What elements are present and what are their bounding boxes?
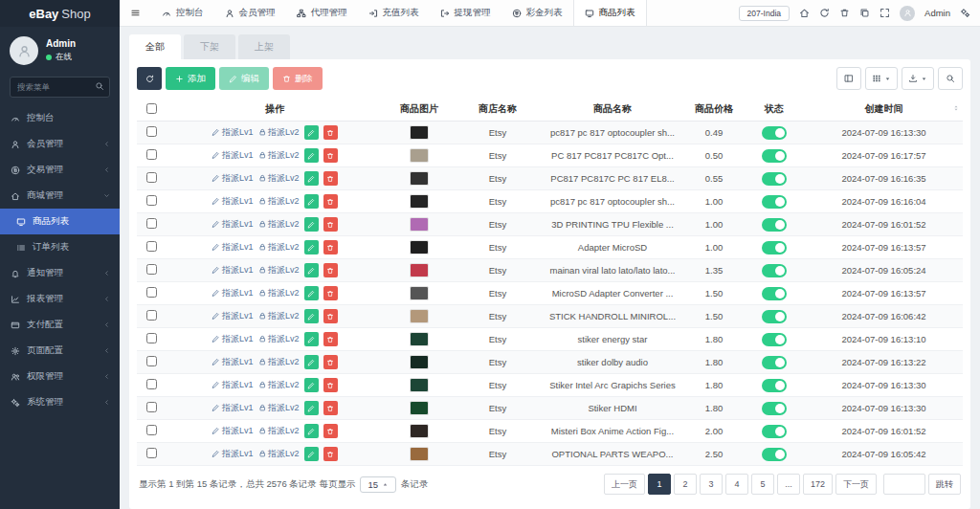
row-delete-button[interactable]	[323, 424, 338, 438]
row-checkbox[interactable]	[146, 333, 157, 343]
refresh-icon[interactable]	[819, 8, 830, 18]
assign-lv2-link[interactable]: 指派Lv2	[258, 218, 300, 231]
app-logo[interactable]: eBay Shop	[0, 0, 120, 27]
row-edit-button[interactable]	[304, 447, 319, 461]
nav-tab[interactable]: 会员管理	[214, 0, 286, 26]
row-checkbox[interactable]	[146, 402, 157, 412]
row-checkbox[interactable]	[146, 195, 157, 206]
product-name[interactable]: Stiker HDMI	[541, 397, 684, 420]
row-delete-button[interactable]	[323, 125, 338, 140]
row-checkbox[interactable]	[146, 287, 157, 298]
status-toggle[interactable]	[762, 425, 787, 438]
tab-item[interactable]: 上架	[238, 34, 290, 59]
row-delete-button[interactable]	[323, 217, 338, 232]
fullscreen-icon[interactable]	[880, 8, 890, 18]
nav-tab[interactable]: 充值列表	[358, 0, 430, 26]
assign-lv2-link[interactable]: 指派Lv2	[258, 356, 300, 368]
columns-button[interactable]	[865, 67, 898, 90]
sidebar-toggle-button[interactable]	[120, 0, 151, 26]
row-edit-button[interactable]	[304, 286, 319, 300]
row-checkbox[interactable]	[146, 149, 157, 160]
navbar-username[interactable]: Admin	[924, 8, 950, 18]
status-toggle[interactable]	[762, 126, 787, 140]
status-toggle[interactable]	[762, 195, 787, 209]
product-thumbnail[interactable]	[410, 424, 429, 438]
product-thumbnail[interactable]	[410, 378, 429, 392]
row-delete-button[interactable]	[323, 240, 338, 254]
sidebar-item[interactable]: 页面配置	[0, 338, 120, 364]
search-button[interactable]	[938, 67, 963, 90]
assign-lv1-link[interactable]: 指派Lv1	[212, 379, 253, 391]
row-checkbox[interactable]	[146, 356, 157, 366]
assign-lv1-link[interactable]: 指派Lv1	[212, 195, 253, 208]
page-button-5[interactable]: 5	[751, 474, 774, 495]
nav-tab[interactable]: 商品列表	[573, 0, 647, 26]
product-thumbnail[interactable]	[410, 217, 429, 232]
user-avatar[interactable]	[10, 36, 38, 65]
row-delete-button[interactable]	[323, 447, 338, 461]
sidebar-item[interactable]: 交易管理	[0, 157, 120, 183]
nav-tab[interactable]: 提现管理	[430, 0, 501, 26]
assign-lv1-link[interactable]: 指派Lv1	[212, 241, 253, 254]
next-page-button[interactable]: 下一页	[835, 474, 877, 495]
status-toggle[interactable]	[762, 149, 787, 163]
tab-item[interactable]: 下架	[184, 34, 235, 59]
row-edit-button[interactable]	[304, 378, 319, 392]
refresh-button[interactable]	[137, 67, 162, 90]
row-delete-button[interactable]	[323, 263, 338, 277]
row-edit-button[interactable]	[304, 424, 319, 438]
page-ellipsis[interactable]: ...	[777, 474, 800, 495]
row-delete-button[interactable]	[323, 332, 338, 346]
sidebar-subitem[interactable]: 订单列表	[0, 234, 120, 260]
sidebar-item[interactable]: 商城管理	[0, 183, 120, 209]
region-selector[interactable]: 207-India	[739, 6, 790, 21]
product-thumbnail[interactable]	[410, 125, 429, 140]
assign-lv1-link[interactable]: 指派Lv1	[212, 448, 253, 460]
status-toggle[interactable]	[762, 333, 787, 346]
assign-lv2-link[interactable]: 指派Lv2	[258, 126, 300, 139]
settings-icon[interactable]	[960, 8, 970, 18]
product-name[interactable]: PC 817 PC817 PC817C Opt...	[541, 144, 684, 167]
status-toggle[interactable]	[762, 287, 787, 300]
sidebar-subitem[interactable]: 商品列表	[0, 209, 120, 234]
sidebar-item[interactable]: 控制台	[0, 105, 120, 131]
sidebar-item[interactable]: 权限管理	[0, 364, 120, 389]
row-delete-button[interactable]	[323, 309, 338, 323]
assign-lv2-link[interactable]: 指派Lv2	[258, 379, 300, 391]
status-toggle[interactable]	[762, 310, 787, 323]
status-toggle[interactable]	[762, 448, 787, 461]
assign-lv1-link[interactable]: 指派Lv1	[212, 310, 253, 322]
sidebar-item[interactable]: 支付配置	[0, 312, 120, 338]
assign-lv1-link[interactable]: 指派Lv1	[212, 172, 253, 185]
row-checkbox[interactable]	[146, 379, 157, 389]
product-thumbnail[interactable]	[410, 171, 429, 186]
product-thumbnail[interactable]	[410, 240, 429, 254]
assign-lv2-link[interactable]: 指派Lv2	[258, 149, 300, 162]
delete-button[interactable]: 删除	[273, 67, 323, 90]
assign-lv2-link[interactable]: 指派Lv2	[258, 425, 300, 437]
row-edit-button[interactable]	[304, 171, 319, 186]
product-thumbnail[interactable]	[410, 286, 429, 300]
row-checkbox[interactable]	[146, 264, 157, 275]
trash-icon[interactable]	[839, 8, 850, 18]
assign-lv2-link[interactable]: 指派Lv2	[258, 333, 300, 345]
row-checkbox[interactable]	[146, 241, 157, 252]
status-toggle[interactable]	[762, 218, 787, 232]
row-checkbox[interactable]	[146, 172, 157, 183]
assign-lv2-link[interactable]: 指派Lv2	[258, 172, 300, 185]
product-name[interactable]: 3D PRINTING TPU Flexible ...	[541, 213, 684, 236]
assign-lv2-link[interactable]: 指派Lv2	[258, 287, 300, 299]
row-delete-button[interactable]	[323, 148, 338, 163]
assign-lv2-link[interactable]: 指派Lv2	[258, 310, 300, 322]
status-toggle[interactable]	[762, 356, 787, 369]
row-delete-button[interactable]	[323, 378, 338, 392]
page-button-4[interactable]: 4	[725, 474, 748, 495]
sidebar-item[interactable]: 报表管理	[0, 286, 120, 312]
row-delete-button[interactable]	[323, 286, 338, 300]
row-delete-button[interactable]	[323, 171, 338, 186]
product-thumbnail[interactable]	[410, 447, 429, 461]
assign-lv1-link[interactable]: 指派Lv1	[212, 333, 253, 345]
toggle-view-button[interactable]	[836, 67, 861, 90]
product-name[interactable]: Misteri Box Anime Action Fig...	[541, 420, 684, 443]
assign-lv2-link[interactable]: 指派Lv2	[258, 448, 300, 460]
